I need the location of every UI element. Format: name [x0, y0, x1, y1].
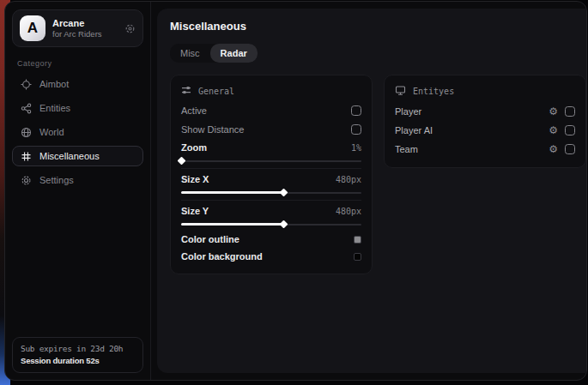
monitor-icon: [395, 85, 406, 98]
logo-card: A Arcane for Arc Riders: [12, 9, 143, 47]
page-title: Miscellaneous: [170, 20, 586, 33]
sidebar-item-entities[interactable]: Entities: [12, 98, 143, 118]
size-x-slider[interactable]: [181, 189, 361, 196]
share-nodes-icon: [20, 103, 32, 114]
gear-icon: [20, 175, 32, 186]
globe-icon: [20, 127, 32, 138]
entity-row-player: Player ⚙: [395, 102, 575, 121]
category-label: Category: [17, 59, 138, 68]
sidebar-nav: Aimbot Entities: [12, 74, 143, 190]
setting-label: Size Y: [181, 206, 209, 216]
zoom-value: 1%: [351, 143, 361, 153]
app-title: Arcane: [52, 18, 102, 28]
tab-radar[interactable]: Radar: [210, 44, 258, 63]
gear-icon[interactable]: ⚙: [549, 106, 558, 117]
sidebar: A Arcane for Arc Riders Category: [5, 2, 151, 380]
gear-icon[interactable]: ⚙: [549, 144, 558, 154]
slider-thumb[interactable]: [280, 189, 288, 197]
setting-row-color-background: Color background: [181, 248, 361, 265]
sidebar-item-label: Settings: [39, 175, 74, 185]
sidebar-item-label: World: [39, 127, 64, 137]
app-logo: A: [20, 15, 45, 41]
gear-icon[interactable]: ⚙: [549, 125, 558, 135]
entity-label: Team: [395, 144, 418, 154]
setting-label: Size X: [181, 174, 209, 184]
tab-misc[interactable]: Misc: [170, 44, 210, 63]
entity-row-player-ai: Player AI ⚙: [395, 121, 575, 140]
session-duration-text: Session duration 52s: [21, 356, 135, 365]
divider: [181, 200, 361, 201]
setting-row-size-y: Size Y 480px: [181, 202, 361, 220]
size-x-value: 480px: [336, 175, 361, 184]
crosshair-icon: [20, 79, 32, 90]
setting-row-color-outline: Color outline: [181, 231, 361, 248]
color-background-swatch[interactable]: [354, 253, 361, 261]
setting-label: Zoom: [181, 142, 207, 153]
sidebar-item-label: Miscellaneous: [39, 151, 100, 161]
card-title: General: [198, 87, 234, 96]
sidebar-item-settings[interactable]: Settings: [12, 170, 143, 190]
setting-row-size-x: Size X 480px: [181, 171, 361, 188]
cheat-menu-window: A Arcane for Arc Riders Category: [4, 1, 587, 381]
setting-label: Color outline: [181, 234, 239, 244]
sidebar-item-miscellaneous[interactable]: Miscellaneous: [12, 146, 143, 166]
sidebar-item-world[interactable]: World: [12, 122, 143, 142]
entity-label: Player: [395, 106, 421, 117]
setting-row-show-distance: Show Distance: [181, 120, 361, 139]
main-panel: Miscellaneous Misc Radar Gener: [157, 9, 587, 373]
player-ai-checkbox[interactable]: [565, 125, 575, 135]
setting-label: Active: [181, 105, 207, 116]
setting-label: Show Distance: [181, 124, 244, 135]
sliders-icon: [181, 85, 191, 97]
app-subtitle: for Arc Riders: [52, 29, 102, 39]
active-checkbox[interactable]: [351, 105, 361, 116]
divider: [181, 168, 361, 169]
player-checkbox[interactable]: [565, 106, 575, 117]
zoom-slider[interactable]: [181, 157, 361, 165]
slider-thumb[interactable]: [280, 220, 288, 229]
subscription-card: Sub expires in 23d 20h Session duration …: [12, 337, 143, 373]
setting-row-zoom: Zoom 1%: [181, 139, 361, 156]
gear-icon[interactable]: [124, 23, 136, 34]
entities-card: Entityes Player ⚙ Player AI ⚙: [384, 75, 586, 168]
tab-group: Misc Radar: [170, 44, 258, 63]
size-y-slider[interactable]: [181, 220, 361, 228]
sub-expiry-text: Sub expires in 23d 20h: [21, 344, 135, 353]
team-checkbox[interactable]: [565, 144, 575, 154]
size-y-value: 480px: [336, 207, 361, 216]
sidebar-item-label: Entities: [39, 103, 70, 113]
entity-label: Player AI: [395, 125, 433, 135]
entity-row-team: Team ⚙: [395, 140, 575, 159]
sidebar-item-aimbot[interactable]: Aimbot: [12, 74, 143, 94]
setting-row-active: Active: [181, 101, 361, 120]
card-title: Entityes: [413, 87, 454, 96]
slider-thumb[interactable]: [177, 157, 185, 165]
color-outline-swatch[interactable]: [354, 236, 361, 244]
grid-icon: [20, 151, 32, 162]
show-distance-checkbox[interactable]: [351, 124, 361, 135]
setting-label: Color background: [181, 251, 263, 262]
general-card: General Active Show Distance Zoom 1%: [170, 75, 373, 274]
sidebar-item-label: Aimbot: [39, 79, 69, 89]
